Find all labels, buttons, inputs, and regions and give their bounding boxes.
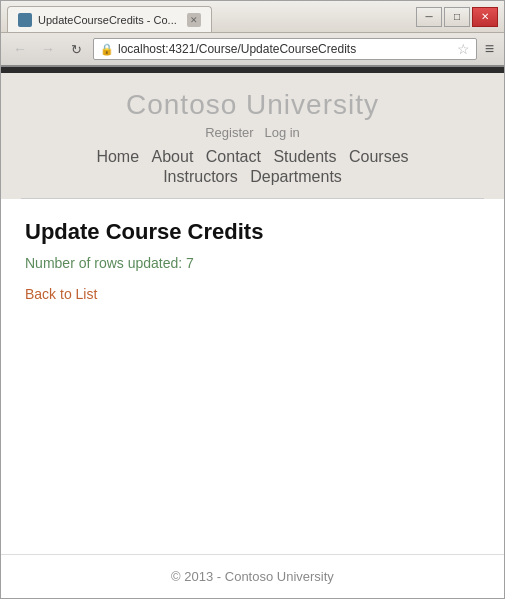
nav-contact[interactable]: Contact <box>206 148 261 165</box>
nav-about[interactable]: About <box>152 148 194 165</box>
site-footer: © 2013 - Contoso University <box>1 554 504 598</box>
title-bar: UpdateCourseCredits - Co... ✕ ─ □ ✕ <box>1 1 504 33</box>
nav-departments[interactable]: Departments <box>250 168 342 185</box>
address-bar: ← → ↻ 🔒 localhost:4321/Course/UpdateCour… <box>1 33 504 67</box>
tab-close-button[interactable]: ✕ <box>187 13 201 27</box>
minimize-button[interactable]: ─ <box>416 7 442 27</box>
lock-icon: 🔒 <box>100 43 114 56</box>
nav-home[interactable]: Home <box>96 148 139 165</box>
login-link[interactable]: Log in <box>264 125 299 140</box>
url-text: localhost:4321/Course/UpdateCourseCredit… <box>118 42 453 56</box>
forward-button[interactable]: → <box>37 38 59 60</box>
auth-links: Register Log in <box>21 125 484 140</box>
nav-primary: Home About Contact Students Courses <box>21 148 484 166</box>
back-to-list-link[interactable]: Back to List <box>25 286 97 302</box>
tab-area: UpdateCourseCredits - Co... ✕ <box>7 1 408 32</box>
url-bar[interactable]: 🔒 localhost:4321/Course/UpdateCourseCred… <box>93 38 477 60</box>
window-controls: ─ □ ✕ <box>416 7 498 27</box>
browser-menu-button[interactable]: ≡ <box>483 40 496 58</box>
back-button[interactable]: ← <box>9 38 31 60</box>
tab-title: UpdateCourseCredits - Co... <box>38 14 177 26</box>
register-link[interactable]: Register <box>205 125 253 140</box>
refresh-button[interactable]: ↻ <box>65 38 87 60</box>
main-content: Update Course Credits Number of rows upd… <box>1 199 504 554</box>
page-content: Contoso University Register Log in Home … <box>1 67 504 598</box>
tab-favicon <box>18 13 32 27</box>
site-title: Contoso University <box>21 89 484 121</box>
bookmark-icon[interactable]: ☆ <box>457 41 470 57</box>
status-text: Number of rows updated: 7 <box>25 255 480 271</box>
nav-secondary: Instructors Departments <box>21 168 484 186</box>
site-header: Contoso University Register Log in Home … <box>1 73 504 199</box>
site-header-inner: Contoso University Register Log in Home … <box>1 73 504 198</box>
page-heading: Update Course Credits <box>25 219 480 245</box>
content-wrapper: Update Course Credits Number of rows upd… <box>1 199 504 598</box>
nav-instructors[interactable]: Instructors <box>163 168 238 185</box>
footer-text: © 2013 - Contoso University <box>171 569 334 584</box>
close-button[interactable]: ✕ <box>472 7 498 27</box>
nav-courses[interactable]: Courses <box>349 148 409 165</box>
nav-students[interactable]: Students <box>273 148 336 165</box>
active-tab[interactable]: UpdateCourseCredits - Co... ✕ <box>7 6 212 32</box>
maximize-button[interactable]: □ <box>444 7 470 27</box>
browser-window: UpdateCourseCredits - Co... ✕ ─ □ ✕ ← → … <box>0 0 505 599</box>
